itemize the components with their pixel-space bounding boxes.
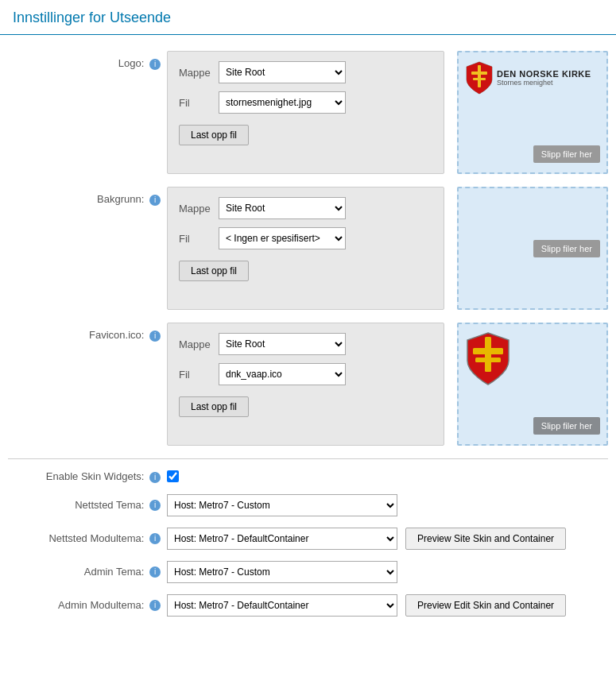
bakgrunn-drop-button[interactable]: Slipp filer her: [533, 240, 600, 257]
favicon-fil-label: Fil: [179, 369, 219, 381]
admin-modultema-select[interactable]: Host: Metro7 - DefaultContainer: [167, 594, 397, 617]
bakgrunn-mappe-row: Mappe Site Root: [179, 197, 432, 219]
bakgrunn-preview-box: Slipp filer her: [457, 187, 608, 310]
admin-modultema-info-icon[interactable]: i: [149, 600, 161, 611]
enable-skin-row: Enable Skin Widgets: i: [8, 470, 608, 483]
favicon-mappe-row: Mappe Site Root: [179, 333, 432, 355]
admin-tema-control: Host: Metro7 - Custom: [167, 561, 608, 583]
logo-fil-select[interactable]: stornesmenighet.jpg: [219, 91, 346, 114]
enable-skin-info-icon[interactable]: i: [149, 472, 161, 483]
bakgrunn-section: Bakgrunn: i Mappe Site Root Fil < Ingen …: [8, 187, 608, 310]
page-title: Innstillinger for Utseende: [13, 10, 603, 26]
logo-mappe-select[interactable]: Site Root: [219, 61, 346, 83]
admin-modultema-row: Admin Modultema: i Host: Metro7 - Defaul…: [8, 594, 608, 617]
nettsted-tema-control: Host: Metro7 - Custom: [167, 494, 608, 516]
logo-drop-button[interactable]: Slipp filer her: [533, 145, 600, 163]
nettsted-modultema-info-icon[interactable]: i: [149, 533, 161, 544]
admin-modultema-control: Host: Metro7 - DefaultContainer Preview …: [167, 594, 608, 617]
nettsted-modultema-select[interactable]: Host: Metro7 - DefaultContainer: [167, 528, 397, 550]
enable-skin-checkbox[interactable]: [167, 470, 179, 482]
favicon-info-icon[interactable]: i: [149, 331, 161, 342]
bakgrunn-fil-label: Fil: [179, 233, 219, 245]
bakgrunn-mappe-label: Mappe: [179, 203, 219, 215]
admin-tema-info-icon[interactable]: i: [149, 566, 161, 578]
bakgrunn-info-icon[interactable]: i: [149, 195, 161, 206]
logo-field-and-preview: Mappe Site Root Fil stornesmenighet.jpg …: [167, 51, 608, 174]
svg-rect-1: [471, 72, 487, 75]
bakgrunn-field-and-preview: Mappe Site Root Fil < Ingen er spesifise…: [167, 187, 608, 310]
logo-label: Logo: i: [8, 51, 167, 174]
logo-field-col: Mappe Site Root Fil stornesmenighet.jpg …: [167, 51, 444, 174]
svg-rect-2: [473, 78, 486, 80]
logo-company-sub: Stornes menighet: [497, 79, 591, 87]
favicon-mappe-label: Mappe: [179, 338, 219, 350]
favicon-upload-button[interactable]: Last opp fil: [179, 396, 249, 417]
favicon-shield-icon: [465, 331, 511, 386]
nettsted-tema-select[interactable]: Host: Metro7 - Custom: [167, 494, 397, 516]
favicon-preview-image: [465, 331, 511, 389]
logo-company-name: DEN NORSKE KIRKE: [497, 69, 591, 79]
logo-mappe-label: Mappe: [179, 67, 219, 79]
bakgrunn-upload-button[interactable]: Last opp fil: [179, 261, 249, 281]
bakgrunn-mappe-select[interactable]: Site Root: [219, 197, 346, 219]
nettsted-tema-label: Nettsted Tema: i: [8, 499, 167, 512]
svg-rect-0: [478, 65, 481, 87]
enable-skin-label: Enable Skin Widgets: i: [8, 470, 167, 483]
favicon-mappe-select[interactable]: Site Root: [219, 333, 346, 355]
favicon-preview-box: Slipp filer her: [457, 323, 608, 446]
form-body: Logo: i Mappe Site Root Fil stornesmenig…: [0, 51, 616, 617]
favicon-field-col: Mappe Site Root Fil dnk_vaap.ico Last op…: [167, 323, 444, 446]
logo-preview-box: DEN NORSKE KIRKE Stornes menighet Slipp …: [457, 51, 608, 174]
bakgrunn-fil-row: Fil < Ingen er spesifisert>: [179, 227, 432, 249]
favicon-label: Favicon.ico: i: [8, 323, 167, 446]
logo-section: Logo: i Mappe Site Root Fil stornesmenig…: [8, 51, 608, 174]
svg-rect-4: [473, 348, 503, 354]
logo-mappe-row: Mappe Site Root: [179, 61, 432, 83]
bakgrunn-label: Bakgrunn: i: [8, 187, 167, 310]
logo-info-icon[interactable]: i: [149, 59, 161, 70]
favicon-drop-button[interactable]: Slipp filer her: [533, 417, 600, 435]
favicon-fil-select[interactable]: dnk_vaap.ico: [219, 363, 346, 385]
logo-upload-button[interactable]: Last opp fil: [179, 125, 249, 145]
favicon-section: Favicon.ico: i Mappe Site Root Fil dnk_v…: [8, 323, 608, 446]
nettsted-modultema-control: Host: Metro7 - DefaultContainer Preview …: [167, 528, 608, 550]
favicon-field-and-preview: Mappe Site Root Fil dnk_vaap.ico Last op…: [167, 323, 608, 446]
nettsted-tema-info-icon[interactable]: i: [149, 500, 161, 511]
bakgrunn-fil-select[interactable]: < Ingen er spesifisert>: [219, 227, 346, 249]
enable-skin-control: [167, 470, 608, 482]
admin-tema-label: Admin Tema: i: [8, 566, 167, 578]
nettsted-preview-button[interactable]: Preview Site Skin and Container: [405, 528, 566, 550]
favicon-fil-row: Fil dnk_vaap.ico: [179, 363, 432, 385]
logo-preview-image: DEN NORSKE KIRKE Stornes menighet: [465, 60, 591, 95]
admin-preview-button[interactable]: Preview Edit Skin and Container: [405, 594, 566, 617]
logo-fil-row: Fil stornesmenighet.jpg: [179, 91, 432, 114]
svg-rect-5: [475, 358, 501, 362]
divider-1: [8, 458, 608, 459]
admin-tema-select[interactable]: Host: Metro7 - Custom: [167, 561, 397, 583]
dnk-shield-icon: [465, 60, 494, 95]
page-header: Innstillinger for Utseende: [0, 0, 616, 35]
logo-fil-label: Fil: [179, 97, 219, 109]
nettsted-modultema-row: Nettsted Modultema: i Host: Metro7 - Def…: [8, 528, 608, 550]
nettsted-modultema-label: Nettsted Modultema: i: [8, 532, 167, 545]
nettsted-tema-row: Nettsted Tema: i Host: Metro7 - Custom: [8, 494, 608, 516]
admin-modultema-label: Admin Modultema: i: [8, 599, 167, 612]
admin-tema-row: Admin Tema: i Host: Metro7 - Custom: [8, 561, 608, 583]
bakgrunn-field-col: Mappe Site Root Fil < Ingen er spesifise…: [167, 187, 444, 310]
